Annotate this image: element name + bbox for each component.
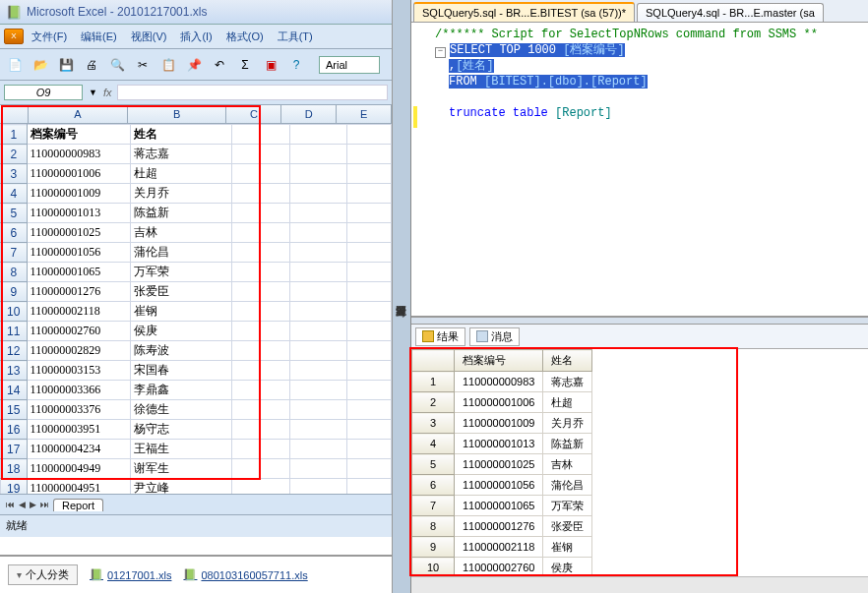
table-row[interactable]: 15110000003376徐德生: [1, 400, 392, 420]
message-icon: [476, 330, 488, 342]
col-header-E[interactable]: E: [337, 105, 392, 123]
title-prefix: Microsoft Excel -: [27, 5, 117, 19]
table-row[interactable]: 9110000001276张爱臣: [1, 282, 392, 302]
undo-icon[interactable]: ↶: [209, 54, 230, 76]
col-header-D[interactable]: D: [281, 105, 337, 123]
sum-icon[interactable]: Σ: [234, 54, 256, 76]
help-icon[interactable]: ?: [285, 54, 307, 76]
select-all-corner[interactable]: [0, 105, 29, 123]
results-tab-label: 结果: [437, 329, 459, 344]
horizontal-scrollbar[interactable]: [411, 576, 868, 593]
paste-icon[interactable]: 📌: [183, 54, 205, 76]
menu-view[interactable]: 视图(V): [125, 30, 173, 44]
sql-col-2: [姓名]: [456, 59, 493, 73]
table-row[interactable]: 4110000001009关月乔: [1, 184, 392, 204]
file-link-1[interactable]: 📗01217001.xls: [90, 568, 171, 581]
status-bar: 就绪: [0, 514, 392, 537]
table-row[interactable]: 13110000003153宋国春: [1, 361, 392, 381]
file-link-2[interactable]: 📗080103160057711.xls: [183, 568, 307, 581]
table-row[interactable]: 4110000001013陈益新: [412, 434, 592, 454]
formula-bar[interactable]: [117, 85, 388, 100]
table-row[interactable]: 1110000000983蒋志嘉: [412, 372, 592, 392]
save-icon[interactable]: 💾: [55, 54, 77, 76]
col-header-C[interactable]: C: [226, 105, 281, 123]
sql-col-1: [档案编号]: [563, 43, 624, 57]
file-link-1-label: 01217001.xls: [107, 569, 171, 581]
excel-sys-icon[interactable]: X: [4, 29, 24, 44]
excel-toolbar: 📄 📂 💾 🖨 🔍 ✂ 📋 📌 ↶ Σ ▣ ? Arial: [0, 49, 392, 81]
table-row[interactable]: 3110000001009关月乔: [412, 413, 592, 434]
name-box[interactable]: O9: [4, 85, 83, 100]
sql-tab-query5[interactable]: SQLQuery5.sql - BR...E.BITEST (sa (57))*: [413, 2, 635, 22]
sql-kw-from: FROM: [449, 75, 484, 89]
excel-menubar: X 文件(F) 编辑(E) 视图(V) 插入(I) 格式(O) 工具(T): [0, 25, 392, 49]
sql-tab-query4[interactable]: SQLQuery4.sql - BR...E.master (sa: [637, 3, 824, 22]
print-icon[interactable]: 🖨: [81, 54, 102, 76]
sql-editor[interactable]: /****** Script for SelectTopNRows comman…: [411, 23, 868, 317]
messages-tab-label: 消息: [491, 329, 513, 344]
messages-tab[interactable]: 消息: [469, 327, 520, 346]
results-tab[interactable]: 结果: [415, 327, 465, 346]
table-row[interactable]: 2110000000983蒋志嘉: [1, 145, 392, 164]
table-row[interactable]: 17110000004234王福生: [1, 440, 392, 459]
category-button[interactable]: ▾个人分类: [8, 564, 78, 585]
new-icon[interactable]: 📄: [4, 54, 26, 76]
splitter-handle[interactable]: [411, 317, 868, 325]
dropdown-icon[interactable]: ▼: [89, 88, 97, 97]
menu-insert[interactable]: 插入(I): [174, 30, 217, 44]
table-row[interactable]: 8110000001065万军荣: [1, 263, 392, 282]
tab-nav-next-icon[interactable]: ▶: [30, 500, 36, 509]
table-row[interactable]: 6110000001025吉林: [1, 223, 392, 243]
column-headers: A B C D E: [0, 105, 392, 124]
table-row[interactable]: 19110000004951尹立峰: [1, 479, 392, 495]
xls-icon: 📗: [90, 568, 103, 581]
results-grid[interactable]: 档案编号姓名1110000000983蒋志嘉2110000001006杜超311…: [411, 349, 868, 576]
font-selector[interactable]: Arial: [319, 56, 380, 74]
table-row[interactable]: 6110000001056蒲伦昌: [412, 475, 592, 496]
sheet-tab-report[interactable]: Report: [53, 499, 103, 511]
table-row[interactable]: 3110000001006杜超: [1, 164, 392, 184]
collapse-icon[interactable]: −: [435, 47, 446, 58]
object-explorer-tab[interactable]: 对象资源管理器: [393, 0, 411, 593]
tab-nav-prev-icon[interactable]: ◀: [19, 500, 26, 509]
chevron-down-icon: ▾: [17, 569, 22, 580]
table-row[interactable]: 18110000004949谢军生: [1, 459, 392, 479]
menu-tools[interactable]: 工具(T): [272, 30, 319, 44]
spreadsheet-grid[interactable]: 1档案编号姓名2110000000983蒋志嘉3110000001006杜超41…: [0, 124, 392, 494]
preview-icon[interactable]: 🔍: [106, 54, 128, 76]
table-row[interactable]: 9110000002118崔钢: [412, 537, 592, 558]
menu-edit[interactable]: 编辑(E): [75, 30, 123, 44]
fx-label: fx: [103, 87, 112, 98]
table-row[interactable]: 11110000002760侯庚: [1, 322, 392, 341]
sql-kw-select: SELECT TOP 1000: [450, 43, 563, 57]
cut-icon[interactable]: ✂: [132, 54, 154, 76]
xls-icon: 📗: [183, 568, 197, 581]
table-row[interactable]: 14110000003366李鼎鑫: [1, 381, 392, 400]
table-row[interactable]: 8110000001276张爱臣: [412, 516, 592, 537]
table-row[interactable]: 7110000001065万军荣: [412, 496, 592, 516]
excel-icon: 📗: [6, 5, 22, 20]
copy-icon[interactable]: 📋: [157, 54, 179, 76]
tab-nav-first-icon[interactable]: ⏮: [6, 500, 15, 509]
sql-comment: /****** Script for SelectTopNRows comman…: [435, 28, 818, 41]
table-row[interactable]: 2110000001006杜超: [412, 392, 592, 413]
change-marker: [413, 106, 417, 128]
table-row[interactable]: 5110000001025吉林: [412, 454, 592, 475]
table-row[interactable]: 12110000002829陈寿波: [1, 341, 392, 361]
table-row[interactable]: 16110000003951杨守志: [1, 420, 392, 440]
table-row[interactable]: 5110000001013陈益新: [1, 204, 392, 223]
tab-nav-last-icon[interactable]: ⏭: [40, 500, 49, 509]
table-row[interactable]: 7110000001056蒲伦昌: [1, 243, 392, 263]
col-header-A[interactable]: A: [29, 105, 128, 123]
table-row[interactable]: 10110000002760侯庚: [412, 558, 592, 577]
menu-file[interactable]: 文件(F): [26, 30, 73, 44]
col-header-B[interactable]: B: [128, 105, 227, 123]
open-icon[interactable]: 📂: [30, 54, 51, 76]
table-row[interactable]: 10110000002118崔钢: [1, 302, 392, 322]
excel-titlebar: 📗 Microsoft Excel - 20101217001.xls: [0, 0, 392, 25]
sql-from-obj: [BITEST].[dbo].[Report]: [484, 75, 648, 89]
macro-icon[interactable]: ▣: [260, 54, 281, 76]
sql-tab-bar: SQLQuery5.sql - BR...E.BITEST (sa (57))*…: [411, 0, 868, 23]
menu-format[interactable]: 格式(O): [220, 30, 270, 44]
sheet-tab-bar: ⏮ ◀ ▶ ⏭ Report: [0, 494, 392, 514]
